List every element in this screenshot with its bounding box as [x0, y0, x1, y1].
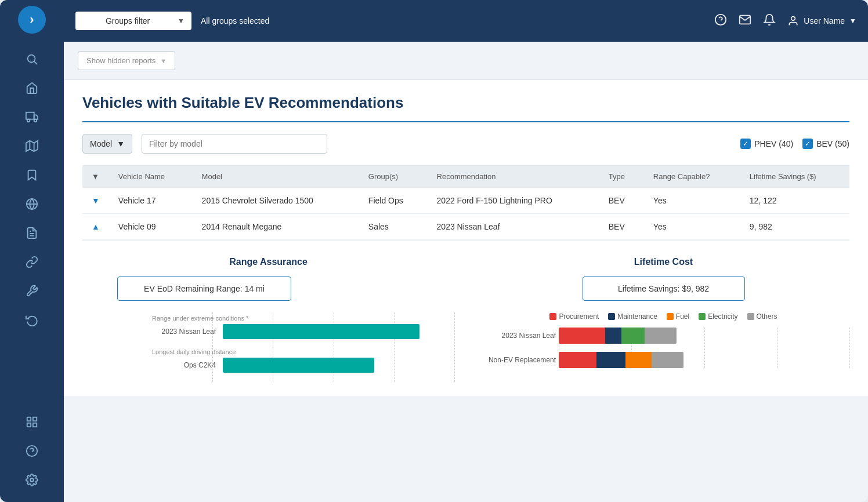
legend-electricity-label: Electricity: [708, 312, 737, 321]
stacked-label-2: Non-EV Replacement: [478, 356, 556, 364]
svg-rect-2: [26, 112, 34, 119]
map-icon[interactable]: [19, 133, 45, 159]
vehicles-table: ▼ Vehicle Name Model Group(s) Recommenda…: [82, 165, 849, 240]
seg-maintenance-2: [596, 352, 625, 368]
col-expand: ▼: [82, 165, 109, 188]
seg-maintenance-1: [605, 328, 621, 344]
bookmark-icon[interactable]: [19, 162, 45, 188]
row2-vehicle-name: Vehicle 09: [109, 214, 193, 240]
home-icon[interactable]: [19, 75, 45, 101]
bell-nav-icon[interactable]: [763, 13, 776, 29]
phev-checkbox[interactable]: ✓ PHEV (40): [740, 139, 793, 149]
row1-expand[interactable]: ▼: [82, 188, 109, 214]
col-model: Model: [193, 165, 359, 188]
row1-type: BEV: [599, 188, 644, 214]
svg-point-5: [34, 119, 37, 122]
row1-groups: Field Ops: [359, 188, 428, 214]
legend-procurement: Procurement: [549, 312, 599, 321]
legend-maintenance-dot: [608, 313, 615, 320]
stacked-bar-container: 2023 Nissan Leaf: [478, 328, 849, 368]
row1-recommendation: 2022 Ford F-150 Lightning PRO: [428, 188, 599, 214]
row2-groups: Sales: [359, 214, 428, 240]
hidden-reports-bar: Show hidden reports ▼: [64, 42, 868, 80]
lifetime-cost-info-box: Lifetime Savings: $9, 982: [583, 277, 745, 301]
svg-rect-16: [27, 423, 31, 427]
page-content: Vehicles with Suitable EV Recommendation…: [64, 80, 868, 396]
stacked-row-1: 2023 Nissan Leaf: [559, 328, 849, 344]
user-menu[interactable]: User Name ▼: [787, 15, 856, 27]
col-range-capable: Range Capable?: [644, 165, 740, 188]
sidebar-logo[interactable]: ›: [18, 6, 46, 34]
col-type: Type: [599, 165, 644, 188]
legend-others: Others: [747, 312, 777, 321]
filter-model-input[interactable]: [142, 134, 327, 154]
show-hidden-reports-label: Show hidden reports: [86, 56, 155, 65]
svg-rect-13: [27, 417, 31, 421]
range-bar-chart: Range under extreme conditions * 2023 Ni…: [82, 312, 454, 382]
legend-electricity: Electricity: [699, 312, 737, 321]
legend-fuel: Fuel: [667, 312, 689, 321]
stacked-bar-1: [559, 328, 677, 344]
range-assurance-title: Range Assurance: [82, 257, 454, 267]
row2-lifetime-savings: 9, 982: [740, 214, 849, 240]
legend-procurement-dot: [549, 313, 556, 320]
col-groups: Group(s): [359, 165, 428, 188]
globe-icon[interactable]: [19, 191, 45, 217]
legend-maintenance-label: Maintenance: [617, 312, 657, 321]
search-icon[interactable]: [19, 46, 45, 72]
legend-procurement-label: Procurement: [559, 312, 599, 321]
range-assurance-section: Range Assurance EV EoD Remaining Range: …: [82, 257, 454, 382]
legend-others-label: Others: [757, 312, 777, 321]
nav-icons: User Name ▼: [714, 13, 856, 29]
help-nav-icon[interactable]: [714, 13, 727, 29]
bev-checkbox[interactable]: ✓ BEV (50): [802, 139, 849, 149]
settings-icon[interactable]: [19, 467, 45, 493]
row2-expand[interactable]: ▲: [82, 214, 109, 240]
phev-check-icon: ✓: [740, 139, 751, 149]
show-hidden-dropdown-icon: ▼: [160, 57, 167, 64]
link-icon[interactable]: [19, 249, 45, 275]
svg-point-4: [27, 119, 30, 122]
stacked-bar-2: [559, 352, 683, 368]
row2-type: BEV: [599, 214, 644, 240]
legend-fuel-dot: [667, 313, 674, 320]
help-circle-icon[interactable]: [19, 438, 45, 464]
seg-procurement-1: [559, 328, 605, 344]
col-lifetime-savings: Lifetime Savings ($): [740, 165, 849, 188]
stacked-row-2: Non-EV Replacement: [559, 352, 849, 368]
model-label: Model: [90, 139, 112, 148]
row1-model: 2015 Chevrolet Silverado 1500: [193, 188, 359, 214]
lifetime-cost-legend: Procurement Maintenance Fuel: [478, 312, 849, 321]
show-hidden-reports-button[interactable]: Show hidden reports ▼: [78, 51, 175, 70]
model-dropdown[interactable]: Model ▼: [82, 134, 132, 154]
legend-electricity-dot: [699, 313, 706, 320]
main-area: Groups filter ▼ All groups selected User…: [64, 0, 868, 502]
user-dropdown-icon: ▼: [849, 17, 856, 25]
col-recommendation: Recommendation: [428, 165, 599, 188]
truck-icon[interactable]: [19, 104, 45, 130]
seg-procurement-2: [559, 352, 596, 368]
charts-row: Range Assurance EV EoD Remaining Range: …: [82, 257, 849, 382]
page-title: Vehicles with Suitable EV Recommendation…: [82, 94, 849, 122]
row1-vehicle-name: Vehicle 17: [109, 188, 193, 214]
mail-nav-icon[interactable]: [739, 13, 751, 29]
content-area: Show hidden reports ▼ Vehicles with Suit…: [64, 42, 868, 502]
report-icon[interactable]: [19, 220, 45, 246]
legend-others-dot: [747, 313, 754, 320]
groups-filter-button[interactable]: Groups filter ▼: [75, 12, 191, 30]
bev-label: BEV (50): [816, 139, 849, 148]
svg-rect-14: [33, 417, 37, 421]
grid-icon[interactable]: [19, 409, 45, 435]
legend-fuel-label: Fuel: [676, 312, 689, 321]
groups-filter-label: Groups filter: [82, 16, 173, 26]
col-sort-icon[interactable]: ▼: [92, 172, 99, 181]
wrench-icon[interactable]: [19, 278, 45, 304]
stacked-label-1: 2023 Nissan Leaf: [478, 332, 556, 340]
svg-point-22: [791, 17, 795, 21]
range-assurance-info-box: EV EoD Remaining Range: 14 mi: [117, 277, 291, 301]
filters-row: Model ▼ ✓ PHEV (40) ✓ BEV (50): [82, 134, 849, 154]
phev-label: PHEV (40): [754, 139, 793, 148]
seg-fuel-2: [625, 352, 652, 368]
undo-icon[interactable]: [19, 307, 45, 333]
svg-point-19: [30, 478, 34, 482]
